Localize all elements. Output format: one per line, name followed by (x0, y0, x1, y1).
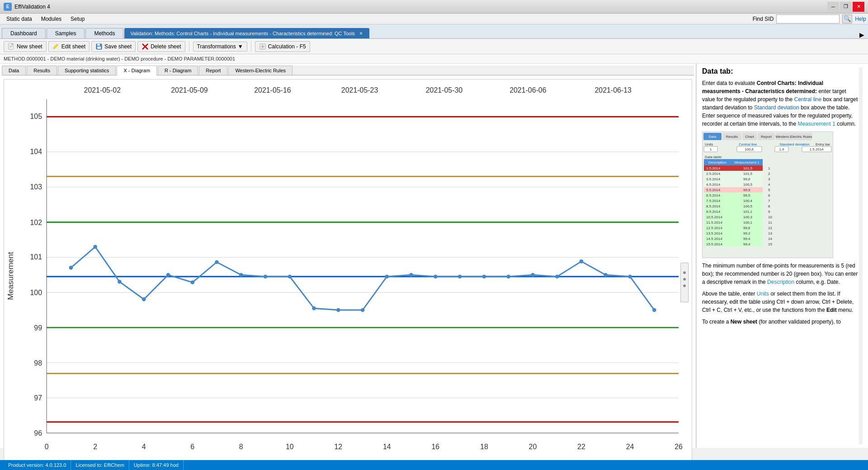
save-sheet-button[interactable]: Save sheet (91, 41, 136, 52)
svg-text:14: 14 (768, 237, 772, 241)
svg-point-94 (683, 284, 686, 287)
help-button[interactable]: Help (855, 16, 866, 22)
transformations-label: Transformations (197, 43, 236, 50)
tab-report[interactable]: Report (199, 66, 227, 75)
svg-text:4: 4 (142, 443, 146, 451)
chart-panel: Data Results Supporting statistics X - D… (0, 64, 696, 448)
tab-main-validation[interactable]: Validation: Methods: Control Charts - In… (124, 28, 369, 38)
save-sheet-label: Save sheet (104, 43, 132, 50)
svg-text:99: 99 (34, 324, 42, 332)
svg-rect-7 (97, 47, 101, 49)
svg-text:99,6: 99,6 (743, 177, 750, 181)
svg-text:105: 105 (30, 113, 42, 120)
svg-text:15.5.2014: 15.5.2014 (706, 242, 722, 246)
svg-text:Report: Report (761, 135, 772, 139)
minimize-button[interactable]: ─ (827, 2, 839, 12)
svg-text:100,6: 100,6 (745, 147, 754, 151)
svg-text:8: 8 (239, 443, 243, 451)
title-bar: E EffiValidation 4 ─ ❐ ✕ (0, 0, 868, 14)
transformations-dropdown-icon: ▼ (238, 43, 243, 50)
svg-point-74 (264, 275, 268, 279)
svg-rect-13 (4, 80, 692, 470)
svg-text:2: 2 (768, 172, 770, 176)
svg-point-73 (239, 273, 243, 277)
edit-sheet-icon (52, 43, 60, 50)
window-controls: ─ ❐ ✕ (827, 2, 864, 12)
tab-results[interactable]: Results (27, 66, 57, 75)
svg-point-67 (93, 245, 97, 249)
app-icon: E (4, 3, 12, 11)
svg-text:4: 4 (768, 183, 770, 187)
svg-text:10.5.2014: 10.5.2014 (706, 215, 722, 219)
new-sheet-label: New sheet (17, 43, 42, 50)
svg-text:2: 2 (93, 443, 97, 451)
svg-text:1.5.2014: 1.5.2014 (809, 147, 824, 151)
tab-close-button[interactable]: × (359, 30, 363, 37)
svg-point-85 (531, 273, 535, 277)
svg-text:1,4: 1,4 (779, 147, 784, 151)
svg-text:97: 97 (34, 394, 42, 402)
tab-supporting-stats[interactable]: Supporting statistics (58, 66, 116, 75)
svg-point-69 (142, 297, 146, 301)
tab-methods[interactable]: Methods (85, 28, 123, 38)
svg-text:24: 24 (626, 443, 634, 451)
delete-sheet-label: Delete sheet (151, 43, 181, 50)
svg-text:26: 26 (675, 443, 683, 451)
svg-text:100,5: 100,5 (743, 204, 753, 208)
toolbar-divider-2 (251, 41, 251, 52)
svg-text:8.5.2014: 8.5.2014 (706, 204, 721, 208)
delete-sheet-button[interactable]: Delete sheet (137, 41, 185, 52)
tab-scroll-right[interactable]: ▶ (859, 31, 864, 38)
svg-text:101: 101 (30, 253, 42, 261)
svg-point-72 (215, 260, 219, 264)
svg-point-90 (652, 308, 656, 312)
svg-point-71 (190, 280, 194, 284)
menu-modules[interactable]: Modules (37, 15, 66, 23)
calculation-icon (259, 43, 266, 50)
svg-text:3: 3 (768, 177, 770, 181)
tab-dashboard[interactable]: Dashboard (2, 28, 46, 38)
tab-r-diagram[interactable]: R - Diagram (158, 66, 198, 75)
toolbar: New sheet Edit sheet Save sheet Delete s… (0, 39, 868, 54)
restore-button[interactable]: ❐ (840, 2, 852, 12)
tab-samples[interactable]: Samples (47, 28, 85, 38)
svg-text:10: 10 (286, 443, 294, 451)
svg-text:Measurement: Measurement (6, 252, 15, 300)
svg-point-93 (683, 278, 686, 281)
svg-point-89 (628, 275, 632, 279)
svg-text:99,9: 99,9 (743, 188, 750, 192)
svg-text:99,2: 99,2 (743, 231, 750, 235)
find-sid-input[interactable] (776, 14, 840, 24)
svg-text:0: 0 (45, 443, 49, 451)
status-uptime: Uptime: 8:47:49 hod (129, 460, 184, 470)
svg-text:22: 22 (577, 443, 585, 451)
edit-sheet-button[interactable]: Edit sheet (48, 41, 90, 52)
svg-text:8: 8 (768, 204, 770, 208)
transformations-button[interactable]: Transformations ▼ (193, 42, 247, 52)
svg-text:2021-05-02: 2021-05-02 (84, 86, 121, 94)
svg-text:Central line: Central line (739, 142, 757, 146)
svg-text:Western-Electric Rules: Western-Electric Rules (775, 135, 812, 139)
find-sid-button[interactable]: 🔍 (842, 14, 852, 24)
chart-svg: 2021-05-02 2021-05-09 2021-05-16 2021-05… (4, 80, 692, 470)
menu-setup[interactable]: Setup (66, 15, 89, 23)
svg-point-75 (288, 275, 292, 279)
svg-text:4.5.2014: 4.5.2014 (706, 183, 721, 187)
tab-data[interactable]: Data (2, 66, 26, 75)
svg-point-86 (555, 275, 559, 279)
svg-text:2021-06-13: 2021-06-13 (594, 86, 632, 94)
close-button[interactable]: ✕ (853, 2, 864, 12)
calculation-button[interactable]: Calculation - F5 (255, 41, 310, 52)
main-tab-label: Validation: Methods: Control Charts - In… (130, 31, 355, 36)
toolbar-divider (189, 41, 189, 52)
svg-text:1: 1 (768, 166, 770, 170)
svg-text:13.5.2014: 13.5.2014 (706, 231, 722, 235)
new-sheet-button[interactable]: New sheet (4, 41, 47, 52)
svg-text:14.5.2014: 14.5.2014 (706, 237, 722, 241)
svg-point-92 (683, 271, 686, 274)
svg-point-84 (506, 275, 510, 279)
menu-static-data[interactable]: Static data (2, 15, 37, 23)
tab-x-diagram[interactable]: X - Diagram (117, 66, 157, 75)
svg-text:99,4: 99,4 (743, 237, 750, 241)
tab-western-electric[interactable]: Western-Electric Rules (228, 66, 292, 75)
